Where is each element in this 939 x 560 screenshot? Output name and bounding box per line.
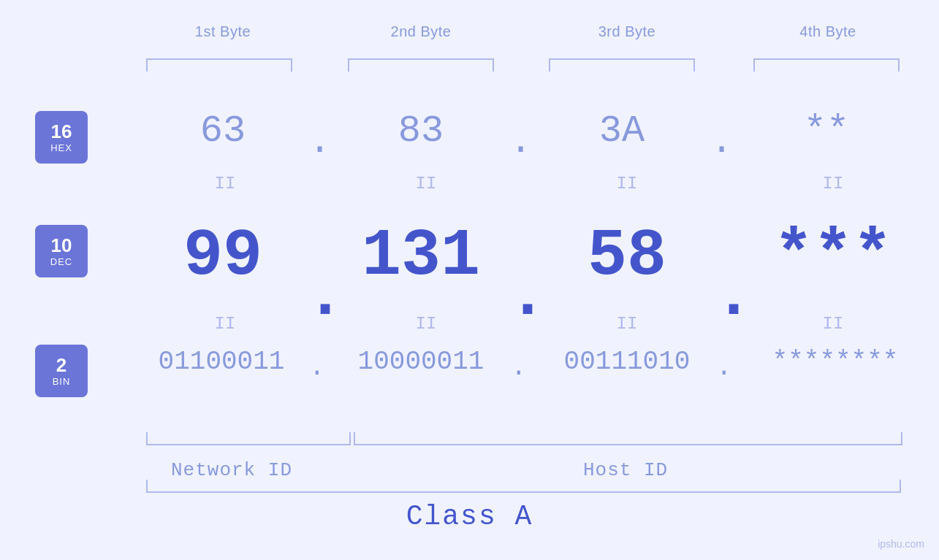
bin-byte3: 00111010 [547, 347, 707, 377]
dec-badge-num: 10 [51, 235, 72, 256]
dec-badge-label: DEC [50, 256, 72, 267]
col3-header: 3rd Byte [547, 23, 707, 40]
bracket-network-right [349, 432, 351, 445]
bracket-wide-right [900, 480, 901, 493]
bracket-top-2-right [493, 58, 494, 72]
bracket-host-left [354, 432, 355, 445]
equals-3-db: II [605, 314, 649, 334]
bin-dot1: . [309, 353, 325, 383]
bracket-top-4 [753, 58, 900, 60]
dec-byte3: 58 [547, 219, 707, 294]
class-label: Class A [0, 501, 939, 532]
dec-dot2: . [508, 259, 547, 334]
dec-byte2: 131 [341, 219, 501, 294]
hex-byte4: ** [753, 110, 900, 153]
col1-header: 1st Byte [142, 23, 303, 40]
hex-dot1: . [308, 120, 331, 164]
hex-badge-num: 16 [51, 121, 72, 142]
bracket-network-left [146, 432, 148, 445]
host-id-label: Host ID [583, 459, 668, 481]
bracket-top-3-left [549, 58, 550, 72]
bin-badge-label: BIN [53, 376, 71, 387]
bracket-top-1-right [291, 58, 292, 72]
dec-byte1: 99 [142, 219, 303, 294]
bracket-top-4-left [753, 58, 755, 72]
bin-badge: 2 BIN [35, 345, 88, 397]
hex-byte1: 63 [150, 110, 296, 153]
equals-3-hd: II [605, 174, 649, 193]
bracket-top-2 [348, 58, 494, 60]
dec-dot1: . [305, 259, 345, 334]
bin-badge-num: 2 [56, 355, 66, 376]
hex-badge: 16 HEX [35, 111, 88, 164]
bracket-host-right [901, 432, 902, 445]
watermark: ipshu.com [878, 538, 924, 550]
bin-byte4: ******** [748, 347, 923, 377]
dec-badge: 10 DEC [35, 225, 88, 277]
equals-2-db: II [404, 314, 448, 334]
bracket-network-top [146, 444, 351, 445]
hex-byte2: 83 [348, 110, 494, 153]
bracket-top-1 [146, 58, 292, 60]
bracket-wide-left [146, 480, 148, 493]
bin-byte2: 10000011 [341, 347, 501, 377]
bracket-top-3-right [693, 58, 695, 72]
equals-1-hd: II [203, 174, 247, 193]
bin-dot3: . [716, 353, 732, 383]
hex-badge-label: HEX [50, 142, 72, 153]
col4-header: 4th Byte [748, 23, 908, 40]
bracket-top-1-left [146, 58, 148, 72]
equals-2-hd: II [404, 174, 448, 193]
hex-dot2: . [509, 120, 532, 164]
bin-dot2: . [511, 353, 527, 383]
bracket-top-4-right [898, 58, 900, 72]
bracket-top-3 [549, 58, 695, 60]
bracket-wide [146, 491, 901, 493]
main-container: 16 HEX 10 DEC 2 BIN 1st Byte 2nd Byte 3r… [0, 0, 939, 560]
col2-header: 2nd Byte [341, 23, 501, 40]
equals-1-db: II [203, 314, 247, 334]
bracket-host-top [354, 444, 902, 445]
bin-byte1: 01100011 [141, 347, 302, 377]
network-id-label: Network ID [171, 459, 292, 481]
equals-4-db: II [811, 314, 855, 334]
hex-byte3: 3A [549, 110, 695, 153]
dec-byte4: *** [745, 219, 921, 294]
hex-dot3: . [710, 120, 733, 164]
bracket-top-2-left [348, 58, 349, 72]
equals-4-hd: II [811, 174, 855, 193]
